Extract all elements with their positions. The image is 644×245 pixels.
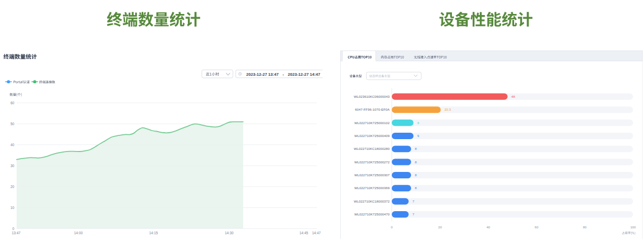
svg-text:0: 0 bbox=[12, 227, 14, 230]
svg-text:WL022710K725000272: WL022710K725000272 bbox=[354, 160, 390, 164]
svg-text:WL022710K725000307: WL022710K725000307 bbox=[354, 173, 390, 177]
svg-text:10: 10 bbox=[10, 206, 14, 210]
svg-text:20.3: 20.3 bbox=[444, 107, 451, 111]
svg-text:WL022710K725000409: WL022710K725000409 bbox=[354, 134, 390, 138]
svg-text:40: 40 bbox=[486, 225, 490, 229]
svg-text:60: 60 bbox=[535, 225, 538, 229]
svg-text:14:00: 14:00 bbox=[74, 231, 83, 235]
svg-text:6047-FF96-1070-EF0A: 6047-FF96-1070-EF0A bbox=[355, 107, 390, 111]
svg-text:30: 30 bbox=[10, 164, 14, 168]
svg-text:2023-12-27 14:47: 2023-12-27 14:47 bbox=[288, 72, 320, 77]
svg-text:WL022710K725000369: WL022710K725000369 bbox=[354, 186, 390, 190]
svg-text:WL022710K725000470: WL022710K725000470 bbox=[354, 212, 390, 216]
svg-text:14:45: 14:45 bbox=[299, 231, 308, 235]
svg-text:80: 80 bbox=[583, 225, 587, 229]
svg-text:20: 20 bbox=[438, 225, 442, 229]
svg-text:13:47: 13:47 bbox=[12, 231, 20, 235]
svg-text:60: 60 bbox=[10, 101, 14, 105]
svg-text:2023-12-27 13:47: 2023-12-27 13:47 bbox=[246, 72, 279, 77]
svg-text:14:30: 14:30 bbox=[225, 231, 233, 235]
svg-text:WL022710K725000102: WL022710K725000102 bbox=[354, 121, 390, 125]
svg-text:40: 40 bbox=[10, 143, 14, 147]
svg-text:50: 50 bbox=[10, 122, 14, 126]
svg-text:14:47: 14:47 bbox=[312, 231, 321, 235]
svg-text:100: 100 bbox=[630, 225, 636, 229]
svg-text:48: 48 bbox=[511, 95, 515, 98]
svg-text:14:15: 14:15 bbox=[149, 231, 158, 235]
svg-text:WL022710KC18000372: WL022710KC18000372 bbox=[354, 199, 390, 203]
svg-text:WL022710KC18000280: WL022710KC18000280 bbox=[354, 147, 390, 150]
svg-text:WL023610KC06000043: WL023610KC06000043 bbox=[354, 95, 390, 98]
svg-text:20: 20 bbox=[10, 185, 14, 189]
svg-text:0: 0 bbox=[391, 225, 393, 229]
